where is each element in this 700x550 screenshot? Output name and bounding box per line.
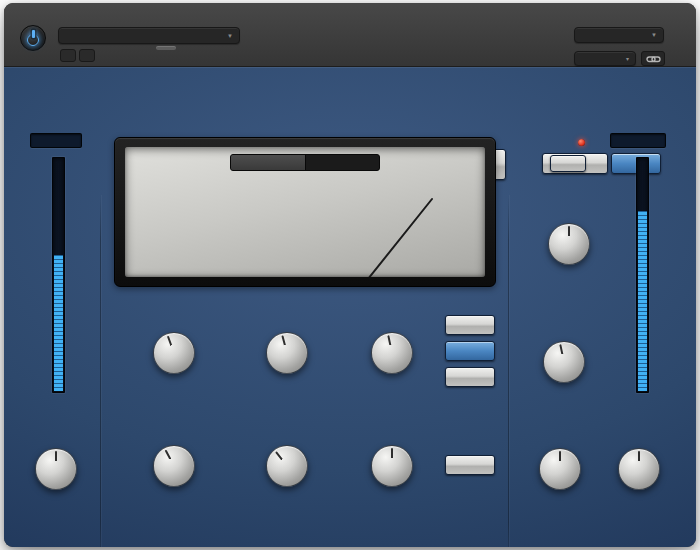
knee-label [129,408,219,421]
next-preset-button[interactable] [79,49,95,62]
plugin-window: ▼ ▼ ▾ [4,3,696,547]
limiter-threshold-label [524,186,614,199]
output-gain-knob[interactable] [618,448,660,490]
chevron-down-icon: ▼ [227,33,233,39]
link-icon[interactable] [641,51,665,66]
input-level-meter [52,157,65,393]
input-gain-knob[interactable] [35,448,77,490]
input-meter-fill [54,255,63,391]
limiter-on-button[interactable] [550,155,586,172]
divider [508,195,509,547]
attack-section [242,408,332,511]
makeup-section [347,295,437,398]
output-gain-label [594,411,684,424]
copy-button[interactable] [156,46,176,50]
meter-graph-toggle [230,154,380,171]
attack-label [242,408,332,421]
side-chain-dropdown[interactable]: ▼ [574,27,664,43]
tab-meter[interactable] [231,155,306,170]
limiter-threshold-section [524,186,614,289]
release-knob[interactable] [371,445,413,487]
attack-knob[interactable] [266,445,308,487]
output-level-meter [636,157,649,393]
limiter-led [578,139,585,146]
auto-gain-minus12db-button[interactable] [445,367,495,387]
input-gain-label [11,411,101,424]
limiter-threshold-knob[interactable] [548,223,590,265]
tab-graph[interactable] [306,155,380,170]
threshold-knob[interactable] [153,332,195,374]
threshold-section [129,295,219,398]
input-gain-section [11,411,101,514]
view-dropdown[interactable]: ▾ [574,51,636,66]
output-meter-fill [638,211,647,391]
output-gain-section [594,411,684,514]
ratio-section [242,295,332,398]
knee-knob[interactable] [153,445,195,487]
makeup-knob[interactable] [371,332,413,374]
release-section [347,408,437,511]
ratio-knob[interactable] [266,332,308,374]
prev-preset-button[interactable] [60,49,76,62]
distortion-knob[interactable] [543,341,585,383]
vu-needle [368,199,432,277]
threshold-label [129,295,219,308]
input-level-readout [30,133,82,148]
power-button[interactable] [20,25,46,51]
chevron-down-icon: ▼ [651,32,657,38]
knee-section [129,408,219,511]
vu-display [125,147,485,277]
chevron-down-icon: ▾ [626,55,629,62]
input-meter-scale [20,155,48,393]
makeup-label [347,295,437,308]
distortion-section [519,304,609,407]
mix-label [515,411,605,424]
release-label [347,408,437,421]
header: ▼ ▼ ▾ [4,3,696,67]
mix-section [515,411,605,514]
preset-dropdown[interactable]: ▼ [58,27,240,44]
auto-gain-off-button[interactable] [445,315,495,335]
ratio-label [242,295,332,308]
mix-knob[interactable] [539,448,581,490]
distortion-label [519,304,609,317]
auto-gain-0db-button[interactable] [445,341,495,361]
auto-release-button[interactable] [445,455,495,475]
